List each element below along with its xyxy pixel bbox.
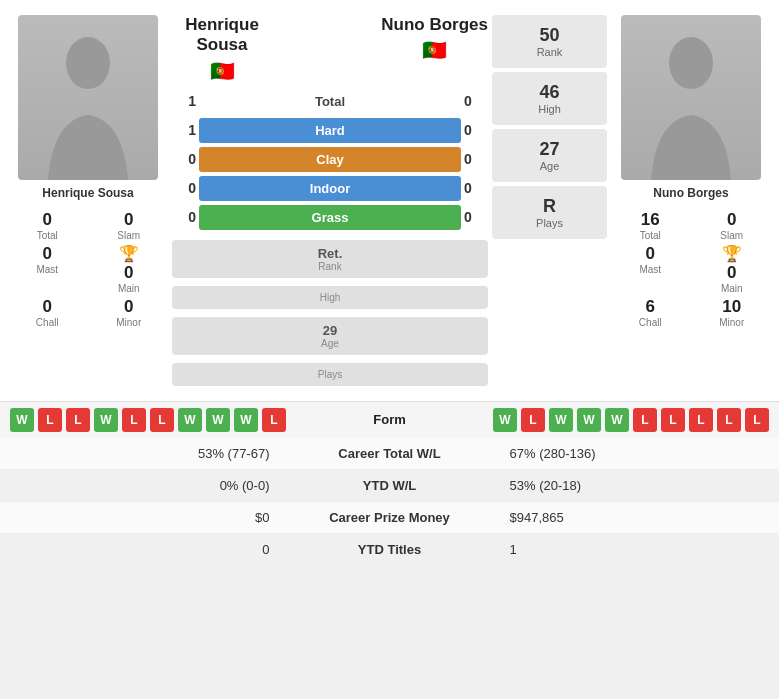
form-badge-right: W bbox=[605, 408, 629, 432]
score-left-clay: 0 bbox=[172, 151, 196, 167]
right-trophy-main: 🏆 0 Main bbox=[693, 244, 772, 294]
stats-val-left: 0% (0-0) bbox=[16, 478, 290, 493]
right-slam-lbl: Slam bbox=[693, 230, 772, 241]
form-badge-right: L bbox=[661, 408, 685, 432]
stats-val-left: 0 bbox=[16, 542, 290, 557]
score-right-grass: 0 bbox=[464, 209, 488, 225]
rank-val-right: 50 bbox=[502, 25, 597, 46]
stats-val-left: 53% (77-67) bbox=[16, 446, 290, 461]
form-badge-right: L bbox=[689, 408, 713, 432]
left-total-lbl: Total bbox=[8, 230, 87, 241]
right-minor-cell: 10 Minor bbox=[693, 297, 772, 328]
left-chall-cell: 0 Chall bbox=[8, 297, 87, 328]
score-row-indoor: 0 Indoor 0 bbox=[172, 176, 488, 201]
badge-grass: Grass bbox=[199, 205, 461, 230]
form-badge-left: L bbox=[150, 408, 174, 432]
score-left-total: 1 bbox=[172, 93, 196, 109]
left-player-col: Henrique Sousa 0 Total 0 Slam 0 Mast 🏆 0 bbox=[8, 15, 168, 391]
score-right-total: 0 bbox=[464, 93, 488, 109]
age-lbl-right: Age bbox=[502, 160, 597, 172]
right-total-lbl: Total bbox=[611, 230, 690, 241]
stats-row: 0 YTD Titles 1 bbox=[0, 534, 779, 566]
stats-row: $0 Career Prize Money $947,865 bbox=[0, 502, 779, 534]
form-section: WLLWLLWWWL Form WLWWWLLLLL bbox=[0, 401, 779, 438]
stats-label: Career Total W/L bbox=[290, 446, 490, 461]
badge-hard: Hard bbox=[199, 118, 461, 143]
right-player-stats: 16 Total 0 Slam 0 Mast 🏆 0 Main 6 bbox=[611, 210, 771, 328]
high-box-left: High bbox=[172, 286, 488, 309]
high-box-right: 46 High bbox=[492, 72, 607, 125]
left-trophy-icon: 🏆 bbox=[119, 244, 139, 263]
center-left-boxes: Ret. Rank High 29 Age Plays bbox=[172, 240, 488, 391]
age-val-right: 27 bbox=[502, 139, 597, 160]
left-slam-val: 0 bbox=[90, 210, 169, 230]
badge-indoor: Indoor bbox=[199, 176, 461, 201]
score-left-indoor: 0 bbox=[172, 180, 196, 196]
right-player-photo bbox=[621, 15, 761, 180]
plays-val-right: R bbox=[502, 196, 597, 217]
stats-label: YTD Titles bbox=[290, 542, 490, 557]
right-main-lbl: Main bbox=[721, 283, 743, 294]
stats-val-right: 1 bbox=[490, 542, 764, 557]
score-row-hard: 1 Hard 0 bbox=[172, 118, 488, 143]
stats-row: 53% (77-67) Career Total W/L 67% (280-13… bbox=[0, 438, 779, 470]
right-trophy-icon: 🏆 bbox=[722, 244, 742, 263]
right-player-name: Nuno Borges bbox=[653, 186, 728, 200]
right-minor-lbl: Minor bbox=[693, 317, 772, 328]
scores-table: 1 Total 0 1 Hard 0 0 Clay 0 0 Indoor bbox=[172, 89, 488, 234]
main-container: Henrique Sousa 0 Total 0 Slam 0 Mast 🏆 0 bbox=[0, 0, 779, 566]
stats-val-right: 67% (280-136) bbox=[490, 446, 764, 461]
left-minor-cell: 0 Minor bbox=[90, 297, 169, 328]
left-minor-val: 0 bbox=[90, 297, 169, 317]
form-badge-right: W bbox=[493, 408, 517, 432]
left-main-lbl: Main bbox=[118, 283, 140, 294]
age-box-right: 27 Age bbox=[492, 129, 607, 182]
form-badge-right: L bbox=[745, 408, 769, 432]
plays-box-left: Plays bbox=[172, 363, 488, 386]
stats-label: Career Prize Money bbox=[290, 510, 490, 525]
center-left-name: Henrique Sousa 🇵🇹 bbox=[172, 15, 272, 83]
form-badge-left: L bbox=[38, 408, 62, 432]
left-player-stats: 0 Total 0 Slam 0 Mast 🏆 0 Main 0 bbox=[8, 210, 168, 328]
age-val-left: 29 bbox=[182, 323, 478, 338]
score-row-clay: 0 Clay 0 bbox=[172, 147, 488, 172]
top-section: Henrique Sousa 0 Total 0 Slam 0 Mast 🏆 0 bbox=[0, 0, 779, 401]
form-badge-right: L bbox=[717, 408, 741, 432]
left-player-photo bbox=[18, 15, 158, 180]
right-chall-val: 6 bbox=[611, 297, 690, 317]
right-player-col: Nuno Borges 16 Total 0 Slam 0 Mast 🏆 0 bbox=[611, 15, 771, 391]
left-mast-lbl: Mast bbox=[36, 264, 58, 275]
left-slam-lbl: Slam bbox=[90, 230, 169, 241]
score-right-clay: 0 bbox=[464, 151, 488, 167]
high-lbl-right: High bbox=[502, 103, 597, 115]
right-player-name-center: Nuno Borges bbox=[381, 15, 488, 35]
left-chall-lbl: Chall bbox=[8, 317, 87, 328]
center-names-row: Henrique Sousa 🇵🇹 Nuno Borges 🇵🇹 bbox=[172, 15, 488, 83]
left-main-val: 0 bbox=[124, 263, 133, 283]
plays-lbl-right: Plays bbox=[502, 217, 597, 229]
left-total-val: 0 bbox=[8, 210, 87, 230]
left-chall-val: 0 bbox=[8, 297, 87, 317]
score-left-hard: 1 bbox=[172, 122, 196, 138]
badge-total: Total bbox=[199, 89, 461, 114]
center-info-area: Ret. Rank High 29 Age Plays bbox=[172, 240, 488, 391]
right-flag: 🇵🇹 bbox=[422, 38, 447, 62]
high-lbl: High bbox=[182, 292, 478, 303]
age-lbl-left: Age bbox=[182, 338, 478, 349]
center-col: Henrique Sousa 🇵🇹 Nuno Borges 🇵🇹 1 Total… bbox=[172, 15, 488, 391]
rank-lbl: Rank bbox=[182, 261, 478, 272]
score-right-hard: 0 bbox=[464, 122, 488, 138]
form-label: Form bbox=[330, 412, 450, 427]
center-right-name: Nuno Borges 🇵🇹 bbox=[381, 15, 488, 83]
plays-lbl-left: Plays bbox=[182, 369, 478, 380]
stats-table: 53% (77-67) Career Total W/L 67% (280-13… bbox=[0, 438, 779, 566]
left-player-name-center: Henrique Sousa bbox=[185, 15, 259, 56]
right-main-val: 0 bbox=[727, 263, 736, 283]
stats-val-left: $0 bbox=[16, 510, 290, 525]
left-slam-cell: 0 Slam bbox=[90, 210, 169, 241]
form-right: WLWWWLLLLL bbox=[456, 408, 770, 432]
score-row-total: 1 Total 0 bbox=[172, 89, 488, 114]
ret-rank-box: Ret. Rank bbox=[172, 240, 488, 278]
right-chall-lbl: Chall bbox=[611, 317, 690, 328]
right-total-val: 16 bbox=[611, 210, 690, 230]
